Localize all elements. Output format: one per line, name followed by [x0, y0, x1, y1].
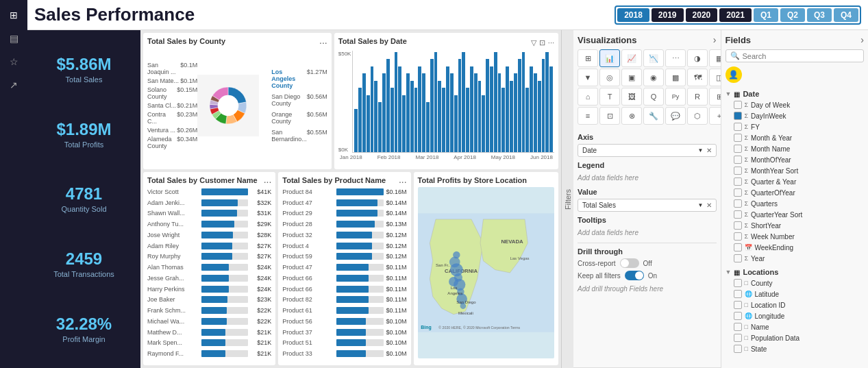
field-state: □ State: [726, 343, 865, 354]
quarter-of-year-checkbox[interactable]: [734, 188, 742, 197]
viz-icon-table[interactable]: ⊞: [578, 49, 598, 67]
customer-bar-row: Frank Schm... $22K: [147, 306, 271, 315]
field-group-locations-header[interactable]: ▼ ▦ Locations: [726, 267, 865, 278]
viz-icon-pie[interactable]: ◑: [687, 49, 708, 67]
viz-icon-decomp[interactable]: ⊗: [621, 107, 642, 125]
viz-icon-slicer[interactable]: ≡: [578, 107, 598, 125]
quarter-q4-btn[interactable]: Q4: [834, 8, 858, 22]
year-2019-btn[interactable]: 2019: [652, 8, 684, 22]
customer-bar-value: $31K: [251, 210, 271, 217]
viz-icon-custom[interactable]: ⊞: [709, 88, 721, 106]
viz-icon-gauge[interactable]: ◎: [599, 69, 620, 86]
nav-explore-icon[interactable]: ↗: [4, 75, 23, 95]
product-bar-value: $0.10M: [386, 318, 407, 325]
nav-home-icon[interactable]: ⊞: [4, 5, 23, 25]
product-bar-fill: [336, 264, 369, 271]
latitude-checkbox[interactable]: [734, 290, 742, 298]
quarter-q3-btn[interactable]: Q3: [807, 8, 832, 22]
axis-field-dropdown[interactable]: Date ▼ ✕: [578, 144, 717, 157]
viz-icon-bar[interactable]: 📊: [599, 49, 620, 67]
fields-search-input[interactable]: [743, 52, 860, 60]
fields-panel-arrow[interactable]: ›: [860, 34, 864, 45]
day-of-week-checkbox[interactable]: [734, 101, 742, 109]
value-field-dropdown[interactable]: Total Sales ▼ ✕: [578, 199, 717, 212]
viz-icon-key-inf[interactable]: 🔧: [643, 107, 664, 125]
svg-point-16: [449, 277, 458, 286]
viz-icon-python[interactable]: Py: [665, 88, 686, 106]
product-chart-menu[interactable]: ···: [399, 176, 407, 187]
customer-bar-track: [201, 307, 248, 314]
product-bar-name: Product 66: [282, 286, 334, 293]
viz-icon-r[interactable]: R: [687, 88, 708, 106]
customer-bar-name: Adam Riley: [147, 243, 199, 249]
date-menu-icon[interactable]: ···: [548, 38, 554, 47]
cross-report-toggle[interactable]: [620, 258, 639, 268]
nav-pages-icon[interactable]: ▤: [4, 29, 23, 48]
longitude-checkbox[interactable]: [734, 312, 742, 320]
customer-bar-name: Jesse Grah...: [147, 275, 199, 282]
population-checkbox[interactable]: [734, 334, 742, 342]
fields-search-box[interactable]: 🔍: [726, 49, 865, 62]
svg-text:Los: Los: [450, 286, 457, 290]
keep-filters-toggle[interactable]: [625, 271, 644, 280]
viz-icon-add[interactable]: +: [709, 107, 721, 125]
date-copy-icon[interactable]: ⊡: [539, 38, 545, 47]
viz-icon-paginated[interactable]: ⊡: [599, 107, 620, 125]
viz-icon-qa[interactable]: Q: [643, 88, 664, 106]
state-checkbox[interactable]: [734, 345, 742, 353]
quarter-q1-btn[interactable]: Q1: [754, 8, 778, 22]
quarter-year-checkbox[interactable]: [734, 177, 742, 186]
viz-icon-anomaly[interactable]: ⬡: [687, 107, 708, 125]
year-2021-btn[interactable]: 2021: [719, 8, 752, 22]
viz-panel-arrow[interactable]: ›: [713, 34, 717, 45]
viz-icon-text[interactable]: T: [599, 88, 620, 106]
year-checkbox[interactable]: [734, 254, 742, 262]
viz-icon-filled-map[interactable]: ◫: [709, 69, 721, 86]
viz-icon-shape[interactable]: ⌂: [578, 88, 598, 106]
viz-icon-map[interactable]: 🗺: [687, 69, 708, 86]
short-year-checkbox[interactable]: [734, 221, 742, 230]
customer-bar-name: Mark Spen...: [147, 339, 199, 346]
quarteryear-sort-checkbox[interactable]: [734, 210, 742, 219]
monthyear-sort-checkbox[interactable]: [734, 167, 742, 175]
week-number-checkbox[interactable]: [734, 232, 742, 241]
month-name-checkbox[interactable]: [734, 145, 742, 153]
year-2020-btn[interactable]: 2020: [686, 8, 718, 22]
axis-field-remove[interactable]: ✕: [706, 147, 712, 154]
location-id-checkbox[interactable]: [734, 301, 742, 309]
customer-bar-fill: [201, 199, 238, 206]
quarters-checkbox[interactable]: [734, 199, 742, 208]
customer-bar-value: $29K: [251, 221, 271, 228]
product-bar-row: Product 33 $0.10M: [282, 349, 406, 358]
viz-icon-area[interactable]: 📉: [643, 49, 664, 67]
viz-icon-image[interactable]: 🖼: [621, 88, 642, 106]
day-in-week-checkbox[interactable]: [734, 112, 742, 120]
field-day-in-week: Σ DayInWeek: [726, 110, 865, 121]
filters-tab[interactable]: Filters: [561, 30, 573, 368]
customer-chart-menu[interactable]: ···: [264, 176, 272, 187]
name-checkbox[interactable]: [734, 323, 742, 331]
drill-fields-placeholder: Add drill through Fields here: [578, 283, 717, 295]
value-field-remove[interactable]: ✕: [706, 201, 712, 209]
week-ending-checkbox[interactable]: [734, 243, 742, 252]
quarter-q2-btn[interactable]: Q2: [780, 8, 805, 22]
nav-bookmarks-icon[interactable]: ☆: [4, 52, 23, 71]
fy-checkbox[interactable]: [734, 123, 742, 131]
county-chart-menu[interactable]: ···: [319, 37, 327, 48]
viz-icon-treemap[interactable]: ▦: [709, 49, 721, 67]
county-label-6: Alameda County $0.34M: [147, 136, 197, 149]
year-2018-btn[interactable]: 2018: [617, 8, 649, 22]
month-of-year-checkbox[interactable]: [734, 156, 742, 164]
viz-icon-card[interactable]: ▣: [621, 69, 642, 86]
field-week-number: Σ Week Number: [726, 231, 865, 242]
viz-icon-smart-narr[interactable]: 💬: [665, 107, 686, 125]
viz-icon-scatter[interactable]: ⋯: [665, 49, 686, 67]
viz-icon-kpi[interactable]: ◉: [643, 69, 664, 86]
county-checkbox[interactable]: [734, 279, 742, 287]
month-year-checkbox[interactable]: [734, 134, 742, 142]
viz-icon-funnel[interactable]: ▼: [578, 69, 598, 86]
date-filter-icon[interactable]: ▽: [531, 38, 536, 47]
field-group-date-header[interactable]: ▼ ▦ Date: [726, 88, 865, 99]
viz-icon-line[interactable]: 📈: [621, 49, 642, 67]
viz-icon-matrix[interactable]: ▩: [665, 69, 686, 86]
